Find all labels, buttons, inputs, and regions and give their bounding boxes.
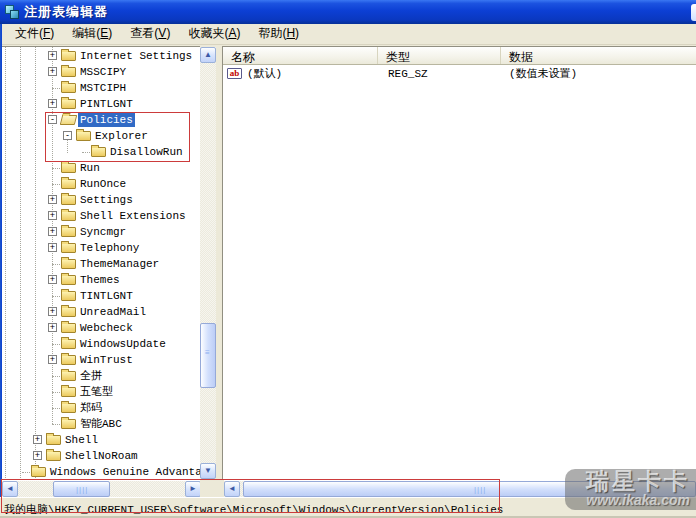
folder-icon bbox=[61, 227, 76, 237]
tree-item[interactable]: +WinTrust bbox=[2, 352, 200, 368]
tree-item-label[interactable]: MSTCIPH bbox=[78, 81, 128, 95]
horizontal-scroll-thumb[interactable]: |||| bbox=[53, 481, 110, 497]
tree-item-label[interactable]: MSSCIPY bbox=[78, 65, 128, 79]
tree-item-label[interactable]: Internet Settings bbox=[78, 49, 194, 63]
tree-item[interactable]: +Telephony bbox=[2, 240, 200, 256]
tree-item-label[interactable]: Explorer bbox=[93, 129, 150, 143]
tree-item-label[interactable]: 五笔型 bbox=[78, 385, 115, 399]
menu-item-view[interactable]: 查看(V) bbox=[121, 23, 179, 45]
menu-item-favorites[interactable]: 收藏夹(A) bbox=[179, 23, 249, 45]
value-row[interactable]: ab(默认)REG_SZ(数值未设置) bbox=[223, 66, 696, 82]
tree-item-label[interactable]: Shell Extensions bbox=[78, 209, 188, 223]
expand-plus-box[interactable]: + bbox=[48, 323, 57, 332]
tree-item-label[interactable]: Policies bbox=[78, 113, 135, 127]
tree-item-label[interactable]: Syncmgr bbox=[78, 225, 128, 239]
tree-item-label[interactable]: WinTrust bbox=[78, 353, 135, 367]
menu-item-edit[interactable]: 编辑(E) bbox=[63, 23, 121, 45]
tree-item-label[interactable]: Themes bbox=[78, 273, 122, 287]
tree-item-label[interactable]: DisallowRun bbox=[108, 145, 185, 159]
expand-plus-box[interactable]: + bbox=[33, 435, 42, 444]
tree-item[interactable]: -Explorer bbox=[2, 128, 200, 144]
tree-item[interactable]: -Policies bbox=[2, 112, 200, 128]
tree-item-label[interactable]: Windows Genuine Advantage bbox=[48, 465, 200, 479]
tree-item[interactable]: +Syncmgr bbox=[2, 224, 200, 240]
title-bar[interactable]: 注册表编辑器 bbox=[0, 0, 696, 24]
folder-icon bbox=[31, 467, 46, 477]
tree-item-label[interactable]: Shell bbox=[63, 433, 100, 447]
vertical-scroll-thumb[interactable]: ≡ bbox=[200, 323, 216, 388]
tree-item-label[interactable]: ThemeManager bbox=[78, 257, 161, 271]
tree-item[interactable]: DisallowRun bbox=[2, 144, 200, 160]
tree-item[interactable]: +MSSCIPY bbox=[2, 64, 200, 80]
ikaka-watermark: 瑞星卡卡 www.ikaka.com bbox=[565, 469, 696, 510]
tree-item[interactable]: +Webcheck bbox=[2, 320, 200, 336]
tree-item[interactable]: +PINTLGNT bbox=[2, 96, 200, 112]
expand-plus-box[interactable]: + bbox=[48, 275, 57, 284]
tree-item[interactable]: TINTLGNT bbox=[2, 288, 200, 304]
values-pane[interactable]: 名称 类型 数据 ab(默认)REG_SZ(数值未设置) bbox=[222, 46, 696, 481]
collapse-minus-box[interactable]: - bbox=[48, 115, 57, 124]
tree-item-label[interactable]: UnreadMail bbox=[78, 305, 148, 319]
tree-item[interactable]: 智能ABC bbox=[2, 416, 200, 432]
value-type-cell: REG_SZ bbox=[378, 66, 501, 82]
collapse-minus-box[interactable]: - bbox=[63, 131, 72, 140]
expand-plus-box[interactable]: + bbox=[48, 243, 57, 252]
tree-item[interactable]: MSTCIPH bbox=[2, 80, 200, 96]
tree-item-label[interactable]: 全拼 bbox=[78, 369, 104, 383]
tree-item-label[interactable]: TINTLGNT bbox=[78, 289, 135, 303]
tree-item[interactable]: 五笔型 bbox=[2, 384, 200, 400]
expand-plus-box[interactable]: + bbox=[48, 227, 57, 236]
tree-item-label[interactable]: PINTLGNT bbox=[78, 97, 135, 111]
tree-item[interactable]: Run bbox=[2, 160, 200, 176]
scrollbar-corner bbox=[200, 479, 224, 497]
tree-item[interactable]: RunOnce bbox=[2, 176, 200, 192]
folder-icon bbox=[61, 83, 76, 93]
expand-plus-box[interactable]: + bbox=[48, 67, 57, 76]
menu-item-help[interactable]: 帮助(H) bbox=[249, 23, 308, 45]
tree-item-label[interactable]: ShellNoRoam bbox=[63, 449, 140, 463]
expand-plus-box[interactable]: + bbox=[48, 99, 57, 108]
column-header-data[interactable]: 数据 bbox=[501, 47, 696, 64]
tree-item[interactable]: 郑码 bbox=[2, 400, 200, 416]
tree-horizontal-scrollbar[interactable]: ◄ |||| ► bbox=[2, 481, 201, 497]
expand-plus-box[interactable]: + bbox=[48, 51, 57, 60]
expand-plus-box[interactable]: + bbox=[48, 307, 57, 316]
tree-item[interactable]: Windows Genuine Advantage bbox=[2, 464, 200, 480]
tree-item[interactable]: +Shell bbox=[2, 432, 200, 448]
column-header-name[interactable]: 名称 bbox=[223, 47, 378, 64]
tree-item[interactable]: ThemeManager bbox=[2, 256, 200, 272]
tree-item[interactable]: +UnreadMail bbox=[2, 304, 200, 320]
tree-item[interactable]: +Themes bbox=[2, 272, 200, 288]
scroll-left-button[interactable]: ◄ bbox=[224, 481, 240, 497]
scroll-right-button[interactable]: ► bbox=[185, 481, 201, 497]
tree-item-label[interactable]: Telephony bbox=[78, 241, 141, 255]
tree-item[interactable]: +ShellNoRoam bbox=[2, 448, 200, 464]
tree-item[interactable]: +Shell Extensions bbox=[2, 208, 200, 224]
scroll-left-button[interactable]: ◄ bbox=[2, 481, 18, 497]
tree-vertical-scrollbar[interactable]: ▲ ≡ ▼ bbox=[200, 47, 216, 479]
expand-plus-box[interactable]: + bbox=[48, 211, 57, 220]
tree-item[interactable]: 全拼 bbox=[2, 368, 200, 384]
reg-sz-icon: ab bbox=[227, 68, 242, 79]
tree-item-label[interactable]: Settings bbox=[78, 193, 135, 207]
thumb-grip: |||| bbox=[76, 485, 88, 494]
tree-item-label[interactable]: Webcheck bbox=[78, 321, 135, 335]
value-name-cell[interactable]: ab(默认) bbox=[223, 66, 378, 82]
registry-tree-pane[interactable]: +Internet Settings+MSSCIPYMSTCIPH+PINTLG… bbox=[2, 46, 200, 481]
expand-plus-box[interactable]: + bbox=[48, 355, 57, 364]
tree-item-label[interactable]: WindowsUpdate bbox=[78, 337, 168, 351]
tree-item[interactable]: WindowsUpdate bbox=[2, 336, 200, 352]
scroll-down-button[interactable]: ▼ bbox=[200, 463, 216, 479]
tree-item-label[interactable]: 郑码 bbox=[78, 401, 104, 415]
folder-icon bbox=[61, 387, 76, 397]
tree-item-label[interactable]: Run bbox=[78, 161, 102, 175]
tree-item-label[interactable]: 智能ABC bbox=[78, 417, 124, 431]
scroll-up-button[interactable]: ▲ bbox=[200, 47, 216, 63]
tree-item[interactable]: +Internet Settings bbox=[2, 48, 200, 64]
column-header-type[interactable]: 类型 bbox=[378, 47, 501, 64]
expand-plus-box[interactable]: + bbox=[33, 451, 42, 460]
tree-item[interactable]: +Settings bbox=[2, 192, 200, 208]
expand-plus-box[interactable]: + bbox=[48, 195, 57, 204]
tree-item-label[interactable]: RunOnce bbox=[78, 177, 128, 191]
menu-item-file[interactable]: 文件(F) bbox=[6, 23, 63, 45]
